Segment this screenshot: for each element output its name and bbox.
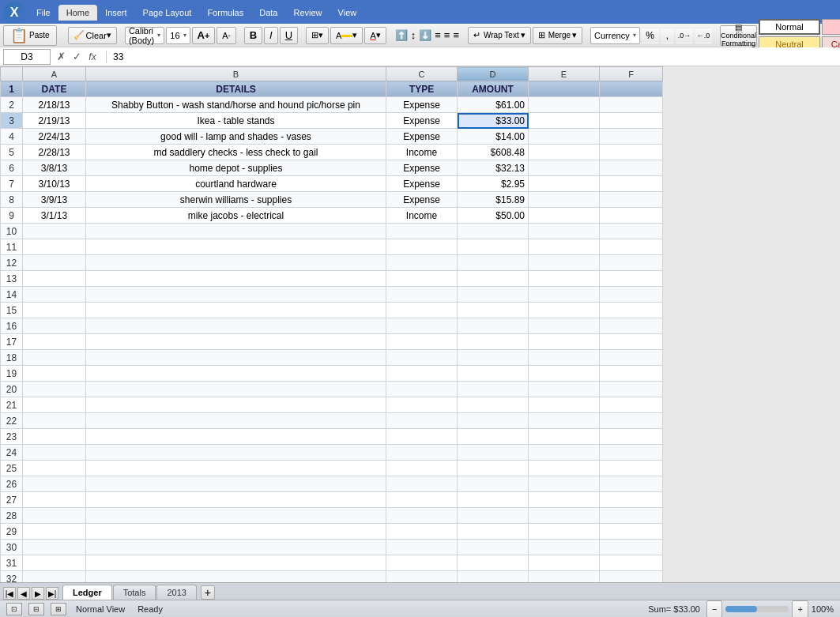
cell-31-D[interactable] [458,555,529,571]
cell-1-E[interactable] [529,81,600,97]
cell-17-C[interactable] [386,334,458,350]
cell-6-D[interactable]: $32.13 [458,160,529,176]
tab-home[interactable]: Home [58,5,97,21]
cell-9-D[interactable]: $50.00 [458,208,529,224]
tab-nav-prev[interactable]: ◀ [17,587,30,600]
cell-14-D[interactable] [458,287,529,303]
cell-18-F[interactable] [600,350,663,366]
merge-button[interactable]: ⊞ Merge ▾ [533,27,582,44]
office-logo[interactable]: X [3,2,25,24]
zoom-slider[interactable] [725,606,789,612]
cell-28-A[interactable] [23,508,86,524]
cell-5-C[interactable]: Income [386,145,458,160]
cell-12-E[interactable] [529,255,600,271]
cell-12-F[interactable] [600,255,663,271]
cell-6-A[interactable]: 3/8/13 [23,160,86,176]
row-number[interactable]: 14 [1,287,23,303]
cell-13-C[interactable] [386,271,458,287]
cell-5-A[interactable]: 2/28/13 [23,145,86,160]
row-number[interactable]: 11 [1,239,23,255]
row-number[interactable]: 17 [1,334,23,350]
cell-30-C[interactable] [386,540,458,555]
insert-function-button[interactable]: fx [85,50,100,64]
cell-28-D[interactable] [458,508,529,524]
cell-7-A[interactable]: 3/10/13 [23,176,86,192]
cell-11-C[interactable] [386,239,458,255]
cell-21-F[interactable] [600,397,663,413]
cell-27-F[interactable] [600,492,663,508]
cell-4-A[interactable]: 2/24/13 [23,129,86,145]
percent-button[interactable]: % [642,28,659,43]
formula-input[interactable] [113,51,837,62]
cell-28-C[interactable] [386,508,458,524]
wrap-text-button[interactable]: ↵ Wrap Text ▾ [468,27,531,44]
cell-21-A[interactable] [23,397,86,413]
cell-5-F[interactable] [600,145,663,160]
cell-15-E[interactable] [529,303,600,318]
font-name-dropdown[interactable]: Calibri (Body) ▾ [125,27,164,44]
cell-22-B[interactable] [86,413,386,429]
cell-2-C[interactable]: Expense [386,97,458,113]
row-number[interactable]: 23 [1,429,23,445]
bad-style-button[interactable]: Bad [822,19,840,35]
cell-3-B[interactable]: Ikea - table stands [86,113,386,129]
cell-15-B[interactable] [86,303,386,318]
row-number[interactable]: 27 [1,492,23,508]
cell-25-A[interactable] [23,461,86,476]
page-layout-view-button[interactable]: ⊟ [28,603,44,615]
cell-3-A[interactable]: 2/19/13 [23,113,86,129]
italic-button[interactable]: I [264,27,278,44]
cell-15-D[interactable] [458,303,529,318]
cell-31-C[interactable] [386,555,458,571]
fill-color-button[interactable]: A ▾ [330,27,363,44]
cell-19-C[interactable] [386,366,458,382]
align-top-button[interactable]: ⬆️ [394,28,409,43]
tab-data[interactable]: Data [251,5,285,21]
cell-13-F[interactable] [600,271,663,287]
cell-23-D[interactable] [458,429,529,445]
cell-20-D[interactable] [458,382,529,397]
cell-27-B[interactable] [86,492,386,508]
cell-10-E[interactable] [529,224,600,239]
cell-21-E[interactable] [529,397,600,413]
cell-26-D[interactable] [458,476,529,492]
row-number[interactable]: 4 [1,129,23,145]
cell-24-F[interactable] [600,445,663,461]
cell-29-D[interactable] [458,524,529,540]
cell-28-E[interactable] [529,508,600,524]
row-number[interactable]: 1 [1,81,23,97]
cell-22-F[interactable] [600,413,663,429]
align-middle-button[interactable]: ↕ [410,28,417,43]
sheet-tab-ledger[interactable]: Ledger [62,585,112,600]
row-number[interactable]: 3 [1,113,23,129]
cell-20-C[interactable] [386,382,458,397]
cell-15-A[interactable] [23,303,86,318]
cell-1-B[interactable]: DETAILS [86,81,386,97]
cell-23-C[interactable] [386,429,458,445]
cell-11-A[interactable] [23,239,86,255]
tab-nav-last[interactable]: ▶| [46,587,58,600]
col-header-E[interactable]: E [529,67,600,81]
cell-29-B[interactable] [86,524,386,540]
cell-29-A[interactable] [23,524,86,540]
cell-23-B[interactable] [86,429,386,445]
tab-nav-first[interactable]: |◀ [3,587,16,600]
cell-18-B[interactable] [86,350,386,366]
cell-17-E[interactable] [529,334,600,350]
row-number[interactable]: 6 [1,160,23,176]
cell-4-D[interactable]: $14.00 [458,129,529,145]
cell-29-C[interactable] [386,524,458,540]
cell-32-F[interactable] [600,571,663,583]
cell-14-F[interactable] [600,287,663,303]
align-right-button[interactable]: ≡ [452,28,460,43]
cell-28-B[interactable] [86,508,386,524]
cell-10-A[interactable] [23,224,86,239]
col-header-B[interactable]: B [86,67,386,81]
tab-review[interactable]: Review [285,5,330,21]
paste-button[interactable]: 📋 Paste [3,25,57,46]
row-number[interactable]: 29 [1,524,23,540]
cell-7-C[interactable]: Expense [386,176,458,192]
borders-button[interactable]: ⊞ ▾ [306,27,329,44]
align-center-button[interactable]: ≡ [443,28,451,43]
row-number[interactable]: 18 [1,350,23,366]
